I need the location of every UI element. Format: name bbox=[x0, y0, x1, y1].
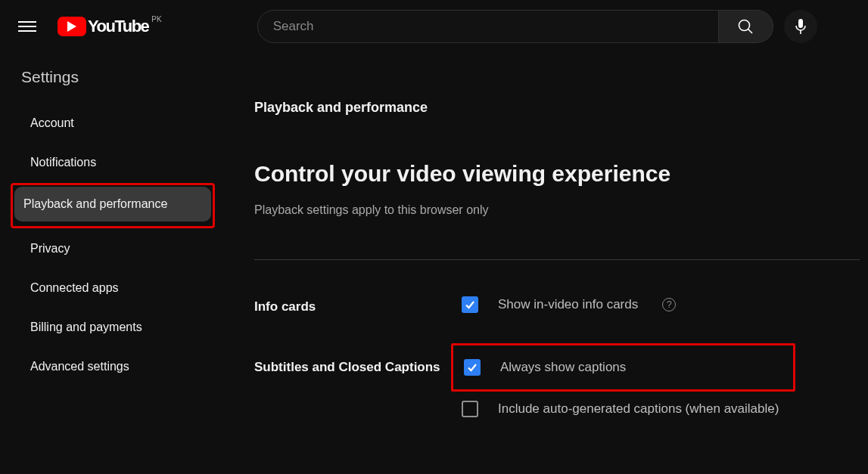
option-auto-captions: Include auto-generated captions (when av… bbox=[462, 401, 779, 417]
check-icon bbox=[464, 299, 476, 311]
highlight-playback: Playback and performance bbox=[11, 183, 215, 228]
voice-search-button[interactable] bbox=[784, 10, 817, 43]
sidebar-item-advanced[interactable]: Advanced settings bbox=[21, 349, 213, 384]
logo[interactable]: YouTube PK bbox=[58, 17, 162, 36]
option-text: Always show captions bbox=[500, 360, 626, 375]
section-heading: Playback and performance bbox=[254, 100, 868, 116]
setting-info-cards: Info cards Show in-video info cards ? bbox=[254, 296, 868, 314]
checkbox-info-cards[interactable] bbox=[462, 296, 478, 313]
option-show-info-cards: Show in-video info cards ? bbox=[462, 296, 676, 313]
checkbox-always-captions[interactable] bbox=[464, 359, 481, 376]
youtube-play-icon bbox=[58, 17, 86, 36]
sidebar-item-account[interactable]: Account bbox=[21, 106, 213, 141]
main-content: Playback and performance Control your vi… bbox=[227, 53, 868, 460]
option-text: Show in-video info cards bbox=[498, 297, 638, 312]
search-input[interactable] bbox=[273, 19, 703, 34]
page-subtitle: Playback settings apply to this browser … bbox=[254, 203, 868, 217]
country-code: PK bbox=[151, 15, 161, 23]
svg-line-2 bbox=[748, 29, 753, 34]
logo-text: YouTube bbox=[88, 17, 148, 36]
sidebar-item-connected-apps[interactable]: Connected apps bbox=[21, 271, 213, 305]
search-icon bbox=[736, 17, 754, 36]
microphone-icon bbox=[794, 18, 807, 35]
svg-rect-3 bbox=[798, 19, 803, 28]
option-text: Include auto-generated captions (when av… bbox=[498, 401, 779, 417]
sidebar-title: Settings bbox=[21, 68, 213, 86]
sidebar-item-privacy[interactable]: Privacy bbox=[21, 231, 213, 266]
sidebar-item-billing[interactable]: Billing and payments bbox=[21, 310, 213, 345]
setting-captions: Subtitles and Closed Captions Always sho… bbox=[254, 357, 868, 417]
check-icon bbox=[466, 361, 478, 373]
sidebar-item-notifications[interactable]: Notifications bbox=[21, 145, 213, 180]
header: YouTube PK bbox=[0, 0, 868, 53]
search-button[interactable] bbox=[719, 10, 773, 43]
svg-point-1 bbox=[739, 20, 750, 31]
search-wrap bbox=[257, 10, 817, 43]
divider bbox=[254, 259, 860, 260]
menu-icon[interactable] bbox=[18, 17, 36, 36]
sidebar-item-playback[interactable]: Playback and performance bbox=[14, 187, 211, 222]
page-title: Control your video viewing experience bbox=[254, 161, 868, 187]
svg-marker-0 bbox=[67, 21, 76, 32]
sidebar: Settings Account Notifications Playback … bbox=[0, 53, 227, 460]
captions-label: Subtitles and Closed Captions bbox=[254, 357, 462, 375]
search-box[interactable] bbox=[257, 10, 719, 43]
highlight-always-captions: Always show captions bbox=[451, 343, 795, 392]
info-cards-label: Info cards bbox=[254, 296, 462, 314]
help-icon[interactable]: ? bbox=[662, 298, 676, 311]
checkbox-auto-captions[interactable] bbox=[462, 401, 478, 417]
